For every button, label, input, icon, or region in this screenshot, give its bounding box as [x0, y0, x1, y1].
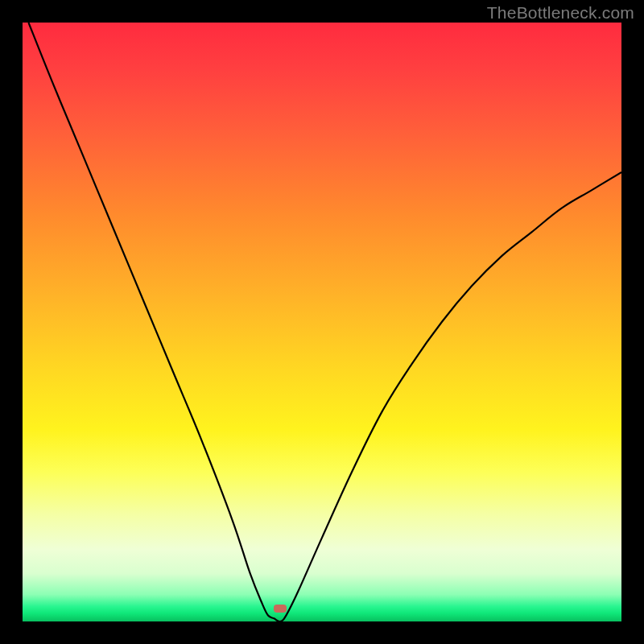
optimal-marker — [274, 605, 287, 613]
watermark-text: TheBottleneck.com — [487, 3, 634, 23]
curve-path — [28, 23, 621, 621]
bottleneck-curve — [23, 23, 621, 621]
chart-frame: TheBottleneck.com — [0, 0, 644, 644]
